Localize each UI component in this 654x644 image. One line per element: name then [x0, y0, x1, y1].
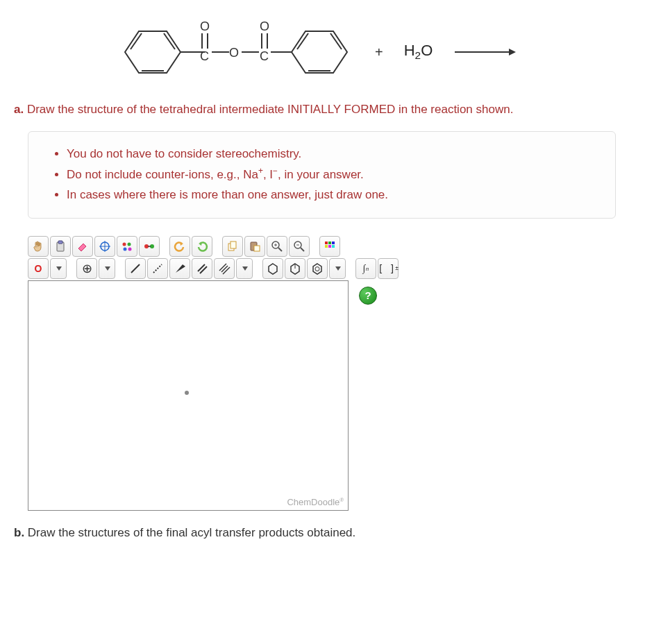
- svg-marker-65: [313, 264, 321, 274]
- paste-button[interactable]: [244, 236, 265, 257]
- double-bond-tool[interactable]: [192, 258, 212, 279]
- svg-marker-17: [292, 31, 347, 73]
- question-b: b. Draw the structures of the final acyl…: [14, 526, 640, 540]
- question-b-text: Draw the structures of the final acyl tr…: [24, 526, 355, 539]
- hand-tool[interactable]: [28, 236, 49, 257]
- svg-point-29: [128, 242, 131, 246]
- question-a-text: Draw the structure of the tetrahedral in…: [24, 103, 513, 116]
- question-a: a. Draw the structure of the tetrahedral…: [14, 101, 640, 119]
- reaction-scheme: O C O O C + H2O: [14, 14, 640, 101]
- canvas-start-dot: [185, 391, 189, 395]
- svg-text:O: O: [229, 46, 239, 60]
- atom-picker-dropdown[interactable]: [50, 258, 67, 279]
- group-tool[interactable]: [139, 236, 160, 257]
- toolbar-row-1: [28, 236, 417, 257]
- single-bond-tool[interactable]: [125, 258, 146, 279]
- svg-rect-24: [58, 241, 62, 244]
- brackets-tool[interactable]: [ ]±: [378, 258, 399, 279]
- charge-tool[interactable]: ⊕: [76, 258, 97, 279]
- svg-text:C: C: [260, 49, 269, 63]
- integral-tool[interactable]: ∫n: [355, 258, 376, 279]
- svg-line-55: [153, 264, 162, 273]
- svg-point-31: [128, 247, 132, 251]
- question-b-label: b.: [14, 526, 24, 539]
- svg-text:C: C: [200, 49, 209, 63]
- drawing-canvas[interactable]: ? ChemDoodle®: [28, 280, 349, 511]
- ring-dropdown[interactable]: [329, 258, 346, 279]
- svg-point-66: [315, 266, 319, 271]
- ring-stereo-tool[interactable]: [285, 258, 305, 279]
- chemdoodle-branding: ChemDoodle®: [287, 497, 344, 507]
- toolbar-row-2: O ⊕ ∫n [ ]±: [28, 258, 417, 279]
- svg-line-54: [131, 264, 140, 273]
- hint-item: In cases where there is more than one an…: [67, 185, 601, 205]
- svg-rect-48: [325, 242, 328, 244]
- plus-sign: +: [375, 44, 383, 60]
- svg-rect-40: [254, 246, 260, 251]
- eraser-tool[interactable]: [72, 236, 93, 257]
- triple-bond-tool[interactable]: [214, 258, 235, 279]
- svg-marker-62: [269, 264, 277, 274]
- wedge-bond-tool[interactable]: [169, 258, 190, 279]
- reagent-h2o: H2O: [404, 42, 433, 62]
- zoom-out-button[interactable]: [289, 236, 310, 257]
- reaction-arrow: [453, 45, 516, 59]
- clipboard-tool[interactable]: [50, 236, 71, 257]
- dotted-bond-tool[interactable]: [147, 258, 168, 279]
- svg-line-46: [301, 248, 304, 251]
- svg-marker-22: [509, 49, 516, 56]
- atoms-tool[interactable]: [117, 236, 137, 257]
- hint-item: Do not include counter-ions, e.g., Na+, …: [67, 164, 601, 185]
- svg-marker-0: [125, 31, 181, 73]
- svg-text:O: O: [200, 21, 210, 33]
- reactant-structure: O C O O C: [111, 21, 354, 83]
- svg-line-59: [219, 264, 226, 271]
- benzene-tool[interactable]: [307, 258, 328, 279]
- svg-rect-51: [325, 245, 328, 248]
- svg-rect-49: [328, 242, 331, 244]
- svg-rect-50: [332, 242, 335, 244]
- question-a-label: a.: [14, 103, 24, 116]
- svg-text:O: O: [260, 21, 269, 33]
- atom-picker[interactable]: O: [28, 258, 49, 279]
- svg-line-42: [278, 248, 282, 251]
- svg-point-28: [123, 242, 126, 246]
- hints-box: You do not have to consider stereochemis…: [28, 131, 616, 219]
- color-tool[interactable]: [319, 236, 340, 257]
- svg-point-30: [124, 247, 127, 251]
- help-button[interactable]: ?: [359, 287, 377, 305]
- svg-rect-52: [328, 245, 331, 248]
- svg-line-61: [223, 267, 230, 274]
- charge-dropdown[interactable]: [99, 258, 115, 279]
- ring-tool[interactable]: [262, 258, 283, 279]
- structure-editor: O ⊕ ∫n [ ]± ? ChemDoodle®: [28, 236, 417, 511]
- zoom-in-button[interactable]: [267, 236, 287, 257]
- undo-button[interactable]: [169, 236, 190, 257]
- redo-button[interactable]: [192, 236, 212, 257]
- svg-line-60: [221, 266, 228, 272]
- svg-rect-53: [332, 245, 335, 248]
- hint-item: You do not have to consider stereochemis…: [67, 144, 601, 164]
- bond-dropdown[interactable]: [236, 258, 253, 279]
- svg-marker-56: [176, 264, 185, 273]
- crosshair-tool[interactable]: [94, 236, 115, 257]
- copy-button[interactable]: [222, 236, 243, 257]
- svg-rect-38: [230, 242, 236, 248]
